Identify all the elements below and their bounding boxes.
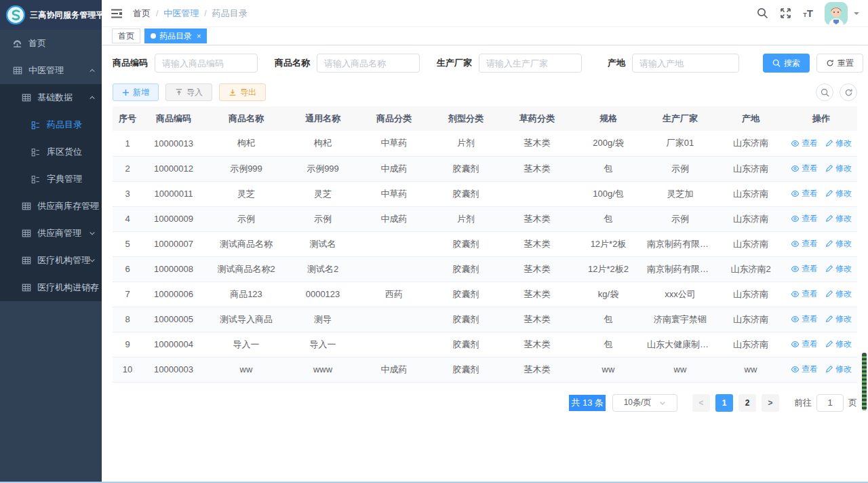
sidebar-item-home[interactable]: 首页 bbox=[0, 30, 102, 57]
sidebar-item-supplier-management[interactable]: 供应商管理 bbox=[0, 220, 102, 247]
view-link[interactable]: 查看 bbox=[791, 364, 818, 375]
edit-link[interactable]: 修改 bbox=[825, 163, 852, 174]
fullscreen-icon[interactable] bbox=[780, 7, 791, 19]
view-link[interactable]: 查看 bbox=[791, 163, 818, 174]
edit-link[interactable]: 修改 bbox=[825, 188, 852, 199]
row-actions: 查看修改 bbox=[785, 131, 857, 156]
product-code-input[interactable] bbox=[155, 54, 258, 73]
product-name-field-group: 商品名称 bbox=[275, 54, 420, 73]
column-header: 商品编码 bbox=[142, 107, 205, 131]
sidebar-item-drug-catalog[interactable]: 药品目录 bbox=[0, 111, 102, 138]
table-refresh-icon[interactable] bbox=[840, 83, 857, 101]
table-cell: 西药 bbox=[358, 282, 430, 307]
view-link[interactable]: 查看 bbox=[791, 238, 818, 250]
product-name-input[interactable] bbox=[317, 54, 420, 73]
table-cell: 茎木类 bbox=[502, 332, 572, 357]
product-code-label: 商品编码 bbox=[113, 57, 148, 69]
vertical-scrollbar-thumb[interactable] bbox=[862, 353, 867, 410]
page-size-select[interactable]: 10条/页 bbox=[612, 394, 677, 412]
table-cell: 测导 bbox=[288, 307, 358, 332]
table-cell: 10000008 bbox=[142, 256, 205, 282]
prev-page-button[interactable]: < bbox=[692, 394, 710, 412]
breadcrumb-item[interactable]: 首页 bbox=[133, 7, 151, 20]
table-cell: 10 bbox=[113, 357, 142, 382]
table-row: 610000008测试商品名称2测试名2胶囊剂茎木类12片*2板2南京制药有限公… bbox=[113, 256, 857, 282]
table-cell: 山东济南 bbox=[716, 156, 785, 181]
table-cell: 10000011 bbox=[142, 181, 205, 206]
edit-link[interactable]: 修改 bbox=[825, 213, 852, 225]
edit-link[interactable]: 修改 bbox=[825, 263, 852, 275]
page-button-1[interactable]: 1 bbox=[715, 394, 733, 412]
table-cell: 2 bbox=[113, 156, 142, 181]
table-cell: 山东济南 bbox=[716, 332, 785, 357]
reset-button[interactable]: 重置 bbox=[816, 54, 863, 73]
chevron-down-icon[interactable] bbox=[854, 12, 859, 18]
export-button[interactable]: 导出 bbox=[219, 83, 266, 101]
edit-link[interactable]: 修改 bbox=[825, 364, 852, 375]
edit-link[interactable]: 修改 bbox=[825, 313, 852, 325]
origin-input[interactable] bbox=[632, 54, 739, 73]
sidebar-menu: 首页中医管理基础数据药品目录库区货位字典管理供应商库存管理供应商管理医疗机构管理… bbox=[0, 30, 102, 301]
sidebar-item-supplier-inventory[interactable]: 供应商库存管理 bbox=[0, 193, 102, 220]
sidebar-item-dictionary[interactable]: 字典管理 bbox=[0, 166, 102, 193]
add-button[interactable]: 新增 bbox=[113, 83, 159, 101]
page-button-2[interactable]: 2 bbox=[738, 394, 756, 412]
sidebar-item-medical-org[interactable]: 医疗机构管理 bbox=[0, 247, 102, 274]
table-cell: 胶囊剂 bbox=[430, 231, 502, 256]
table-cell: 中成药 bbox=[358, 156, 430, 181]
sidebar-item-basic-data[interactable]: 基础数据 bbox=[0, 84, 102, 111]
view-link[interactable]: 查看 bbox=[791, 263, 818, 275]
sidebar-item-label: 库区货位 bbox=[47, 146, 82, 158]
column-header: 序号 bbox=[113, 107, 142, 131]
view-link[interactable]: 查看 bbox=[791, 138, 818, 149]
table-cell: 10000012 bbox=[142, 156, 205, 181]
edit-label: 修改 bbox=[835, 138, 852, 149]
sidebar-item-medical-org-psi[interactable]: 医疗机构进销存 bbox=[0, 274, 102, 301]
table-cell: 山东大健康制药... bbox=[644, 332, 716, 357]
view-link[interactable]: 查看 bbox=[791, 313, 818, 325]
breadcrumb-item[interactable]: 中医管理 bbox=[163, 7, 199, 20]
table-cell: 10000003 bbox=[142, 357, 205, 382]
edit-link[interactable]: 修改 bbox=[825, 288, 852, 300]
table-cell bbox=[358, 256, 430, 282]
view-label: 查看 bbox=[802, 339, 818, 350]
view-label: 查看 bbox=[802, 238, 818, 250]
search-button[interactable]: 搜索 bbox=[763, 54, 810, 73]
view-link[interactable]: 查看 bbox=[791, 188, 818, 199]
table-search-icon[interactable] bbox=[816, 83, 833, 101]
tab-药品目录[interactable]: 药品目录× bbox=[144, 28, 207, 43]
font-size-icon[interactable]: TT bbox=[803, 8, 813, 18]
chevron-down-icon bbox=[89, 230, 96, 237]
avatar[interactable] bbox=[825, 2, 848, 25]
import-button[interactable]: 导入 bbox=[165, 83, 212, 101]
next-page-button[interactable]: > bbox=[762, 394, 779, 412]
chevron-down-icon bbox=[89, 284, 96, 291]
table-cell: 7 bbox=[113, 282, 142, 307]
tab-首页[interactable]: 首页 bbox=[112, 28, 140, 43]
tags-bar: 首页药品目录× bbox=[102, 27, 868, 45]
table-toolbar: 新增 导入 导出 bbox=[113, 83, 857, 101]
view-link[interactable]: 查看 bbox=[791, 213, 818, 225]
goto-label: 前往 bbox=[794, 397, 812, 409]
sidebar-item-warehouse-location[interactable]: 库区货位 bbox=[0, 138, 102, 166]
search-icon[interactable] bbox=[757, 7, 768, 19]
goto-page-input[interactable] bbox=[816, 394, 844, 412]
origin-field-group: 产地 bbox=[608, 54, 739, 73]
manufacturer-input[interactable] bbox=[479, 54, 582, 73]
manufacturer-field-group: 生产厂家 bbox=[437, 54, 582, 73]
edit-link[interactable]: 修改 bbox=[825, 138, 852, 149]
origin-label: 产地 bbox=[608, 57, 625, 69]
view-link[interactable]: 查看 bbox=[791, 339, 818, 350]
table-cell bbox=[358, 332, 430, 357]
edit-link[interactable]: 修改 bbox=[825, 339, 852, 350]
view-label: 查看 bbox=[802, 213, 818, 225]
close-icon[interactable]: × bbox=[197, 33, 201, 40]
edit-link[interactable]: 修改 bbox=[825, 238, 852, 250]
table-cell: 灵芝 bbox=[205, 181, 288, 206]
table-cell: 茎木类 bbox=[502, 357, 572, 382]
edit-label: 修改 bbox=[835, 288, 852, 300]
table-cell: 胶囊剂 bbox=[430, 307, 502, 332]
view-link[interactable]: 查看 bbox=[791, 288, 818, 300]
main-content: 商品编码商品名称生产厂家产地 搜索 重置 新增 bbox=[102, 45, 868, 483]
sidebar-item-tcm-management[interactable]: 中医管理 bbox=[0, 57, 102, 84]
